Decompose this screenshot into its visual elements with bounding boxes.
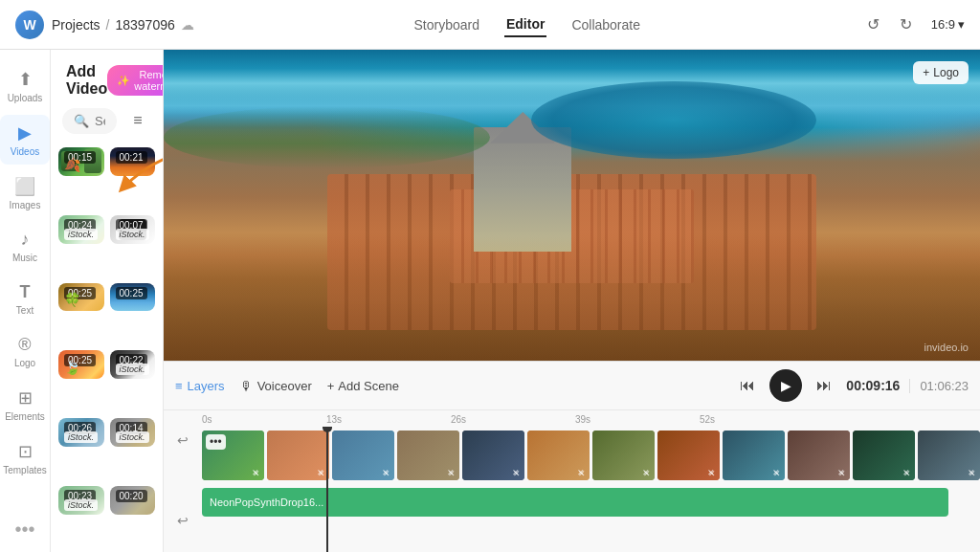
track-label-icon-2[interactable]: ↩ [177,513,189,528]
video-thumb-3[interactable]: 00:24 iStock. [58,215,104,244]
undo-button[interactable]: ↺ [860,11,887,38]
remove-watermark-button[interactable]: ✨ Remove watermark [107,65,164,96]
breadcrumb-project-id[interactable]: 18397096 [115,17,174,33]
sidebar-item-text[interactable]: T Text [0,275,50,323]
skip-forward-button[interactable]: ⏭ [812,373,836,398]
timeline-ruler: 0s 13s 26s 39s 52s [164,410,980,427]
preview-area: + Logo invideo.io [164,50,980,361]
voiceover-button[interactable]: 🎙 Voiceover [240,379,312,393]
segment-dots[interactable]: ••• [206,434,226,450]
sidebar-item-elements[interactable]: ⊞ Elements [0,380,50,430]
undo-redo-group: ↺ ↻ [860,11,920,38]
sidebar-label-logo: Logo [14,358,35,368]
image-icon: ⬜ [14,176,35,197]
logo-add-button[interactable]: + Logo [913,61,969,84]
aspect-ratio-selector[interactable]: 16:9 ▾ [931,17,965,32]
add-scene-icon: + [327,379,335,393]
layers-button[interactable]: ≡ Layers [175,379,225,393]
video-thumb-10[interactable]: 00:14 iStock. [110,418,156,447]
video-thumb-2[interactable]: 00:21 [110,147,156,176]
scene-thumb-9[interactable]: ✕ [723,431,785,480]
breadcrumb: Projects / 18397096 ☁ [52,17,194,33]
video-badge-11: iStock. [64,499,98,511]
nav-collaborate[interactable]: Collaborate [569,13,642,36]
scene-thumb-8[interactable]: ✕ [657,431,720,480]
search-input-wrap[interactable]: 🔍 [62,108,117,134]
app-logo[interactable]: W [15,11,44,39]
video-panel: Add Video ✨ Remove watermark 🔍 ≡ [51,50,164,552]
templates-icon: ⊡ [18,441,33,462]
timeline-tracks-wrap: ↩ ↩ ••• ✕ [164,427,980,552]
video-track: ••• ✕ ✕ ✕ ✕ [202,431,980,480]
play-icon: ▶ [781,378,791,393]
timeline-area: ≡ Layers 🎙 Voiceover + Add Scene ⏮ ▶ ⏭ [164,361,980,552]
logo-text: W [23,17,35,33]
video-thumb-1[interactable]: 00:15 🍂 [58,147,104,176]
close-icon-8: ✕ [707,468,715,477]
sidebar-item-images[interactable]: ⬜ Images [0,168,50,218]
video-thumb-9[interactable]: 00:26 iStock. [58,418,104,447]
close-icon-3: ✕ [382,468,390,477]
close-icon-5: ✕ [512,468,520,477]
remove-watermark-label: Remove watermark [134,69,164,92]
video-thumb-12[interactable]: 00:20 [110,486,156,515]
tracks-container: ••• ✕ ✕ ✕ ✕ [202,427,980,552]
scene-thumb-2[interactable]: ✕ [267,431,329,480]
scene-thumb-3[interactable]: ✕ [332,431,394,480]
scene-thumb-6[interactable]: ✕ [527,431,590,480]
video-duration-2: 00:21 [116,151,147,164]
text-icon: T [20,282,31,302]
close-icon-4: ✕ [447,468,455,477]
close-icon-2: ✕ [317,468,324,477]
search-input[interactable] [95,114,105,128]
scene-thumb-4[interactable]: ✕ [397,431,459,480]
video-thumb-7[interactable]: 00:25 🍃 [58,350,104,379]
scene-thumb-1[interactable]: ••• ✕ [202,431,264,480]
sidebar-item-logo[interactable]: ® Logo [0,327,50,376]
close-icon-10: ✕ [837,468,845,477]
audio-segment[interactable]: NeonPopSynthDrop16... [202,488,948,517]
video-icon: ▶ [18,122,32,144]
nav-storyboard[interactable]: Storyboard [412,13,480,36]
sidebar-label-videos: Videos [11,146,39,157]
sidebar-label-elements: Elements [5,411,45,422]
scene-thumb-11[interactable]: ✕ [853,431,915,480]
total-time-display: 01:06:23 [909,379,969,393]
video-duration-6: 00:25 [116,287,147,299]
redo-button[interactable]: ↻ [893,11,920,38]
add-scene-button[interactable]: + Add Scene [327,379,399,393]
close-icon-9: ✕ [772,468,780,477]
audio-track-label: NeonPopSynthDrop16... [210,497,323,508]
sidebar-item-uploads[interactable]: ⬆ Uploads [0,61,50,111]
scene-thumb-5[interactable]: ✕ [462,431,524,480]
scene-thumb-10[interactable]: ✕ [788,431,850,480]
video-thumb-8[interactable]: 00:22 iStock. [110,350,156,379]
main-layout: ⬆ Uploads ▶ Videos ⬜ Images ♪ Music T Te… [0,50,980,552]
breadcrumb-projects[interactable]: Projects [52,17,100,33]
sidebar-item-templates[interactable]: ⊡ Templates [0,433,50,483]
filter-button[interactable]: ≡ [124,107,151,134]
add-scene-label: Add Scene [338,379,399,393]
scene-thumb-12[interactable]: ✕ [918,431,980,480]
video-badge-8: iStock. [116,364,149,375]
ruler-mark-52: 52s [700,414,824,425]
sidebar-item-music[interactable]: ♪ Music [0,222,50,271]
play-button[interactable]: ▶ [769,369,802,402]
video-thumb-4[interactable]: 00:07 iStock. [110,215,156,244]
sidebar-icons: ⬆ Uploads ▶ Videos ⬜ Images ♪ Music T Te… [0,50,51,552]
skip-back-button[interactable]: ⏮ [735,373,760,398]
audio-track: NeonPopSynthDrop16... [202,488,980,517]
track-label-icon-1[interactable]: ↩ [177,432,189,448]
close-icon-7: ✕ [642,468,650,477]
video-thumb-5[interactable]: 00:25 🍀 [58,283,104,312]
sidebar-more[interactable]: ••• [14,519,34,541]
video-thumb-11[interactable]: 00:23 iStock. [58,486,104,515]
sidebar-item-videos[interactable]: ▶ Videos [0,115,50,165]
scene-thumb-7[interactable]: ✕ [592,431,655,480]
sidebar-label-music: Music [12,253,37,263]
nav-editor[interactable]: Editor [504,12,546,37]
topbar-left: W Projects / 18397096 ☁ [15,11,194,39]
right-section: + Logo invideo.io ≡ Layers 🎙 Voiceover +… [164,50,980,552]
panel-header: Add Video ✨ Remove watermark [51,50,163,107]
video-thumb-6[interactable]: 00:25 [110,283,156,312]
